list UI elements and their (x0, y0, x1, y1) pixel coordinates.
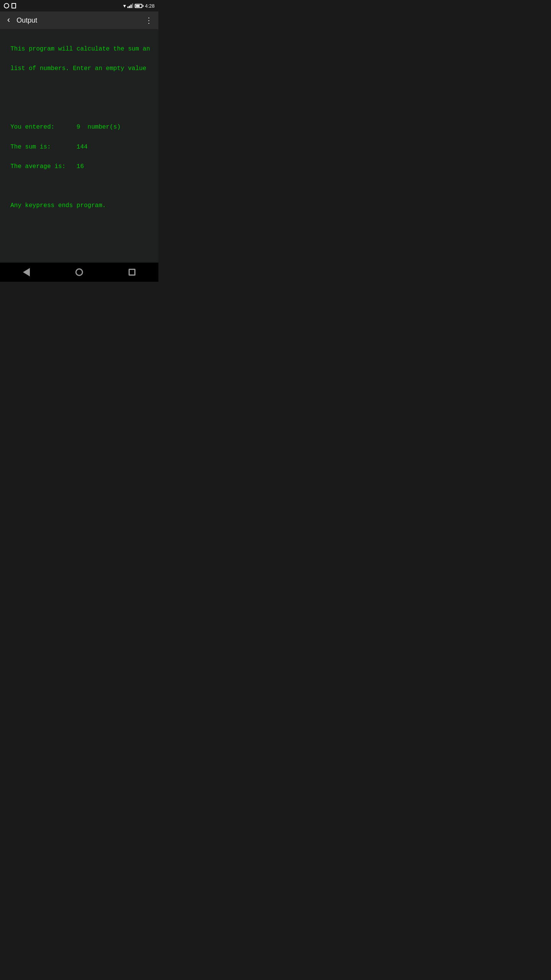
nav-recents-button[interactable] (126, 266, 138, 278)
status-left-icons (4, 3, 16, 8)
output-line2: list of numbers. Enter an empty value (10, 65, 146, 72)
nav-home-icon (75, 268, 83, 276)
nav-back-icon (23, 268, 30, 276)
clock-time: 4:28 (145, 3, 155, 9)
output-line9: Any keypress ends program. (10, 202, 106, 209)
nav-recents-icon (129, 269, 135, 276)
back-button[interactable]: ‹ (5, 14, 13, 27)
battery-icon (135, 4, 143, 8)
output-line7: The average is: 16 (10, 163, 84, 170)
toolbar: ‹ Output ⋮ (0, 11, 158, 29)
status-right-icons: ▾ 4:28 (123, 3, 155, 9)
signal-bars-icon (127, 3, 133, 8)
nav-bar (0, 263, 158, 282)
nav-home-button[interactable] (73, 266, 85, 278)
output-line1: This program will calculate the sum an (10, 46, 150, 52)
output-area: This program will calculate the sum an l… (0, 29, 158, 263)
sd-card-icon (11, 3, 16, 8)
more-options-button[interactable]: ⋮ (143, 14, 154, 27)
output-line6: The sum is: 144 (10, 144, 88, 150)
page-title: Output (16, 16, 140, 24)
wifi-icon: ▾ (123, 3, 126, 9)
record-icon (4, 3, 9, 8)
output-line5: You entered: 9 number(s) (10, 124, 121, 131)
status-bar: ▾ 4:28 (0, 0, 158, 11)
nav-back-button[interactable] (21, 266, 32, 278)
